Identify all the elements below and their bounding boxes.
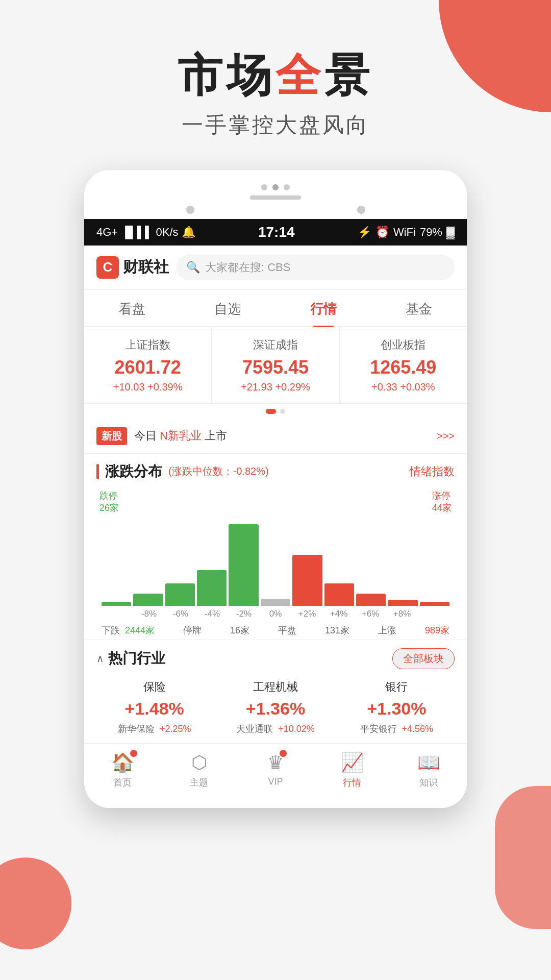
new-stocks-banner[interactable]: 新股 今日 N新乳业 上市 >>> — [84, 419, 467, 454]
chart-side-labels: 跌停26家 涨停44家 — [96, 489, 455, 514]
phone-camera — [186, 206, 194, 214]
index-shanghai-value: 2601.72 — [92, 357, 203, 378]
phone-dot-2 — [272, 184, 279, 190]
app-logo: C 财联社 — [96, 256, 169, 279]
index-shanghai-name: 上证指数 — [92, 337, 203, 353]
phone-dot-1 — [261, 184, 267, 190]
status-left: 4G+ ▐▌▌▌ 0K/s 🔔 — [96, 226, 195, 239]
sectors-chevron-icon: ∧ — [96, 652, 104, 665]
dist-accent — [96, 464, 99, 479]
index-shenzhen-name: 深证成指 — [220, 337, 331, 353]
nav-item-knowledge[interactable]: 📖 知识 — [390, 752, 467, 789]
nav-label-vip: VIP — [268, 776, 283, 787]
bar-minus8 — [133, 594, 163, 606]
dot-1 — [266, 409, 276, 414]
bar-group-9 — [356, 594, 386, 606]
status-bar: 4G+ ▐▌▌▌ 0K/s 🔔 17:14 ⚡ ⏰ WiFi 79% ▓ — [84, 219, 467, 246]
bar-zero — [261, 599, 290, 606]
nav-label-theme: 主题 — [190, 776, 208, 789]
logo-text: 财联社 — [123, 257, 169, 278]
phone-dots — [84, 177, 467, 195]
search-icon: 🔍 — [186, 261, 200, 274]
bar-minus4 — [197, 570, 227, 606]
suspend-label: 停牌 — [183, 625, 202, 635]
dots-indicator — [84, 404, 467, 419]
nav-item-home[interactable]: 🏠 首页 — [84, 752, 161, 789]
sector-bank-name: 银行 — [339, 679, 455, 695]
bar-minus6 — [165, 583, 195, 606]
tab-jijin[interactable]: 基金 — [371, 290, 467, 326]
chart-labels-row: -8% -6% -4% -2% 0% +2% +4% +6% +8% — [96, 606, 455, 619]
tab-hangqing[interactable]: 行情 — [276, 290, 371, 326]
speed-display: 0K/s — [156, 226, 179, 239]
bar-minus2 — [229, 524, 258, 606]
bar-group-1 — [102, 602, 131, 606]
down-label: 下跌 — [102, 625, 120, 635]
dot-2 — [280, 409, 285, 414]
hot-sectors: ∧ 热门行业 全部板块 保险 +1.48% 新华保险 +2.25% 工程机械 +… — [84, 640, 467, 743]
indices-section: 上证指数 2601.72 +10.03 +0.39% 深证成指 7595.45 … — [84, 327, 467, 404]
flat-count: 16家 — [230, 625, 249, 635]
index-shanghai: 上证指数 2601.72 +10.03 +0.39% — [84, 327, 212, 403]
nav-item-market[interactable]: 📈 行情 — [314, 752, 390, 789]
sectors-grid: 保险 +1.48% 新华保险 +2.25% 工程机械 +1.36% 天业通联 +… — [96, 679, 455, 735]
home-badge — [130, 750, 137, 757]
notification-bell: 🔔 — [182, 226, 195, 239]
chart-right-label: 涨停44家 — [432, 489, 452, 514]
sector-insurance: 保险 +1.48% 新华保险 +2.25% — [96, 679, 212, 735]
sectors-title-group: ∧ 热门行业 — [96, 649, 165, 668]
index-shenzhen-change: +21.93 +0.29% — [220, 381, 331, 393]
signal-bars: ▐▌▌▌ — [121, 226, 153, 239]
search-placeholder: 大家都在搜: CBS — [205, 260, 290, 275]
vip-badge — [280, 750, 287, 757]
index-chuangye-change: +0.33 +0.03% — [348, 381, 459, 393]
index-shenzhen: 深证成指 7595.45 +21.93 +0.29% — [212, 327, 339, 403]
bluetooth-icon: ⚡ — [358, 226, 371, 239]
distribution-section: 涨跌分布 (涨跌中位数：-0.82%) 情绪指数 跌停26家 涨停44家 — [84, 454, 467, 640]
alarm-icon: ⏰ — [375, 226, 389, 239]
network-type: 4G+ — [96, 226, 118, 239]
index-chuangye-name: 创业板指 — [348, 337, 459, 353]
nav-item-vip[interactable]: ♛ VIP — [237, 752, 314, 789]
battery-display: 79% — [420, 226, 442, 239]
market-icon: 📈 — [341, 752, 364, 773]
bar-group-11 — [420, 602, 449, 606]
bottom-navigation: 🏠 首页 ⬡ 主题 ♛ VIP 📈 行情 📖 — [84, 743, 467, 804]
sector-engineering-change: +1.36% — [217, 699, 333, 719]
app-header: C 财联社 🔍 大家都在搜: CBS — [84, 246, 467, 290]
sector-engineering: 工程机械 +1.36% 天业通联 +10.02% — [217, 679, 333, 735]
phone-speaker — [250, 195, 301, 200]
phone-sensor — [357, 206, 365, 214]
dist-subtitle: (涨跌中位数：-0.82%) — [168, 464, 269, 478]
up-label: 上涨 — [378, 625, 396, 635]
bar-chart — [96, 514, 455, 606]
vip-icon: ♛ — [267, 752, 284, 773]
bar-group-8 — [324, 583, 354, 606]
sectors-title: 热门行业 — [108, 649, 165, 668]
nav-label-market: 行情 — [343, 776, 361, 789]
phone-dot-3 — [284, 184, 290, 190]
index-chuangye: 创业板指 1265.49 +0.33 +0.03% — [340, 327, 467, 403]
chart-stats: 下跌 2444家 停牌 16家 平盘 131家 — [96, 619, 455, 640]
dist-mood[interactable]: 情绪指数 — [410, 464, 455, 479]
sector-insurance-stock: 新华保险 +2.25% — [96, 723, 212, 735]
dist-title: 涨跌分布 — [105, 462, 162, 481]
nav-label-home: 首页 — [113, 776, 132, 789]
distribution-header: 涨跌分布 (涨跌中位数：-0.82%) 情绪指数 — [96, 462, 455, 481]
sectors-all-button[interactable]: 全部板块 — [392, 648, 455, 669]
bar-group-10 — [388, 600, 417, 606]
new-stocks-tag: 新股 — [96, 427, 127, 445]
hero-subtitle: 一手掌控大盘风向 — [0, 111, 551, 139]
down-count: 2444家 — [125, 625, 155, 635]
nav-item-theme[interactable]: ⬡ 主题 — [161, 752, 237, 789]
index-chuangye-value: 1265.49 — [348, 357, 459, 378]
search-bar[interactable]: 🔍 大家都在搜: CBS — [176, 255, 455, 280]
flat-label: 平盘 — [278, 625, 296, 635]
phone-container: 4G+ ▐▌▌▌ 0K/s 🔔 17:14 ⚡ ⏰ WiFi 79% ▓ C 财… — [0, 170, 551, 808]
status-right: ⚡ ⏰ WiFi 79% ▓ — [358, 226, 455, 239]
tab-kanpan[interactable]: 看盘 — [84, 290, 180, 326]
bar-group-3 — [165, 583, 195, 606]
theme-icon: ⬡ — [191, 752, 207, 773]
index-shenzhen-value: 7595.45 — [220, 357, 331, 378]
tab-zixuan[interactable]: 自选 — [180, 290, 276, 326]
